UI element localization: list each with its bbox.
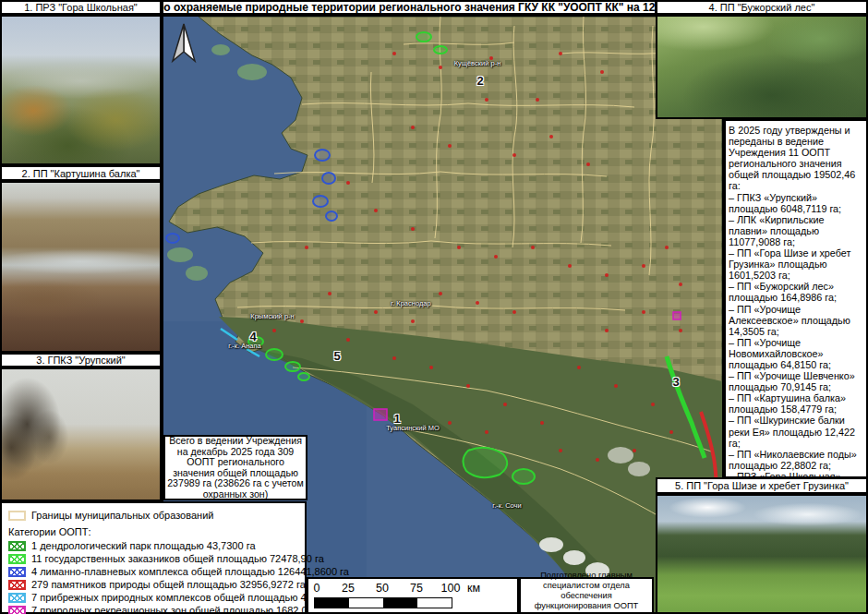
map-district-label: г.-к. Анапа (228, 342, 260, 350)
summary-text: Всего в ведении Учреждения на декабрь 20… (167, 436, 304, 500)
photo-kartushina-balka (0, 181, 162, 353)
photo4-title: 4. ПП "Бужорский лес" (656, 0, 868, 15)
photo1-title-text: 1. ПРЗ "Гора Школьная" (24, 2, 138, 13)
map-marker-2: 2 (476, 74, 483, 88)
scale-tick: 25 (342, 582, 355, 595)
map-marker-5: 5 (333, 349, 340, 363)
legend-item-label: 11 государственных заказников общей площ… (31, 553, 324, 564)
liman-complex-swatch (8, 567, 26, 577)
photo-urupsky (0, 367, 162, 501)
scale-bar: 0 25 50 75 100 км (307, 577, 519, 614)
info-2025-panel: В 2025 году утверждены и переданы в веде… (724, 119, 868, 478)
dendro-park-swatch (8, 541, 26, 551)
info-line: – ПП «Шкуринские балки реки Ея» площадью… (729, 415, 863, 448)
photo5-title-text: 5. ПП "Гора Шизе и хребет Грузинка" (675, 480, 849, 491)
info-line: – ПП «Урочище Алексеевское» площадью 14,… (729, 304, 863, 337)
scale-tick: 75 (410, 582, 423, 595)
page-title: Особо охраняемые природные территории ре… (162, 0, 657, 15)
legend-item-label: 279 памятников природы общей площадью 32… (31, 579, 306, 590)
legend-item: 7 прибрежных природных комплексов общей … (8, 592, 298, 603)
photo3-title: 3. ГПКЗ "Урупский" (0, 353, 162, 367)
info-line: – ГПКЗ «Урупский» площадью 6048,7119 га; (729, 192, 863, 214)
summary-box: Всего в ведении Учреждения на декабрь 20… (163, 435, 307, 500)
legend-item-label: 7 природных рекреационных зон общей площ… (31, 605, 336, 614)
info-line: – ПП «Бужорский лес» площадью 164,8986 г… (729, 281, 863, 303)
map-district-label: г. Краснодар (391, 299, 430, 307)
photo2-title-text: 2. ПП "Картушина балка" (22, 168, 140, 179)
photo1-title: 1. ПРЗ "Гора Школьная" (0, 0, 162, 15)
legend-item-label: 4 лиманно-плавневых комплекса общей площ… (31, 566, 349, 577)
poster-root: 12345Кущёвский р-нг. КраснодарКрымский р… (0, 0, 868, 614)
credit-text: Подготовлено главным специалистом отдела… (524, 571, 649, 614)
page-title-text: Особо охраняемые природные территории ре… (162, 1, 657, 14)
photo5-title: 5. ПП "Гора Шизе и хребет Грузинка" (656, 477, 868, 494)
photo2-title: 2. ПП "Картушина балка" (0, 165, 162, 181)
scale-tick: 50 (376, 582, 389, 595)
map-district-label: Кущёвский р-н (454, 59, 501, 67)
photo-gora-shize (656, 494, 868, 614)
municipal-boundary-swatch (8, 511, 26, 521)
photo-buzhorsky-les (656, 15, 868, 119)
scale-tick: 100 (441, 582, 461, 595)
map-district-label: Крымский р-н (250, 312, 294, 320)
legend-item: 7 природных рекреационных зон общей площ… (8, 605, 298, 614)
info-line: – ПП «Николаевские поды» площадью 22,880… (729, 449, 863, 471)
zakaznik-swatch (8, 554, 26, 564)
legend-item: 1 дендрологический парк площадью 43,7300… (8, 540, 298, 551)
coastal-complex-swatch (8, 593, 26, 603)
legend-boundaries-label: Границы муниципальных образований (31, 510, 213, 521)
recreation-zone-swatch (8, 606, 26, 614)
photo3-title-text: 3. ГПКЗ "Урупский" (36, 355, 125, 366)
legend-boundaries-row: Границы муниципальных образований (8, 510, 298, 521)
map-district-label: Туапсинский МО (386, 424, 440, 432)
scale-unit: км (467, 582, 480, 595)
info-line: – ПП «Гора Шизе и хребет Грузинка» площа… (729, 247, 863, 281)
map-district-label: г.-к. Сочи (492, 501, 521, 510)
scale-bar-segments (314, 597, 452, 608)
legend-categories-title: Категории ООПТ: (8, 526, 298, 537)
info-line: В 2025 году утверждены и переданы в веде… (729, 125, 863, 192)
info-line: – ПП «Урочище Новомихайловское» площадью… (729, 337, 863, 370)
legend-item: 279 памятников природы общей площадью 32… (8, 579, 298, 590)
photo-gora-shkolnaya (0, 15, 162, 165)
info-line: – ПП «Урочище Шевченко» площадью 70,9145… (729, 370, 863, 392)
map-marker-3: 3 (672, 375, 679, 389)
info-line: – ЛПК «Кирпильские плавни» площадью 1107… (729, 214, 863, 247)
legend-item: 11 государственных заказников общей площ… (8, 553, 298, 564)
legend-item: 4 лиманно-плавневых комплекса общей площ… (8, 566, 298, 577)
credit-box: Подготовлено главным специалистом отдела… (519, 577, 654, 614)
scale-tick: 0 (314, 582, 320, 595)
legend-item-label: 1 дендрологический парк площадью 43,7300… (31, 540, 256, 551)
info-line: – ПП «Картушина балка» площадью 158,4779… (729, 392, 863, 415)
photo4-title-text: 4. ПП "Бужорский лес" (709, 2, 815, 13)
legend: Границы муниципальных образований Катего… (0, 501, 307, 614)
nature-monument-swatch (8, 580, 26, 590)
